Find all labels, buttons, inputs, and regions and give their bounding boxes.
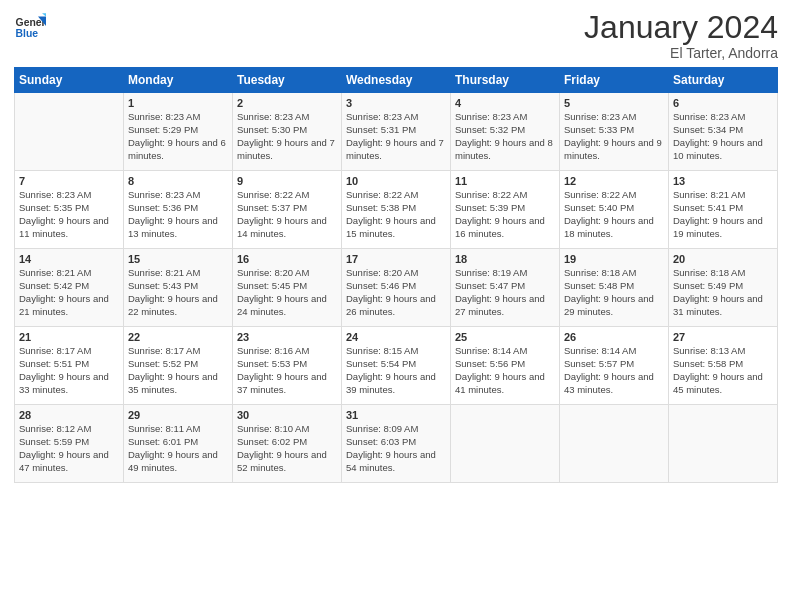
- day-number: 28: [19, 409, 119, 421]
- col-thursday: Thursday: [451, 68, 560, 93]
- col-monday: Monday: [124, 68, 233, 93]
- calendar-cell: 5Sunrise: 8:23 AMSunset: 5:33 PMDaylight…: [560, 93, 669, 171]
- day-detail: Sunrise: 8:23 AMSunset: 5:35 PMDaylight:…: [19, 189, 119, 240]
- col-friday: Friday: [560, 68, 669, 93]
- calendar-cell: 12Sunrise: 8:22 AMSunset: 5:40 PMDayligh…: [560, 171, 669, 249]
- location-subtitle: El Tarter, Andorra: [584, 45, 778, 61]
- calendar-cell: 15Sunrise: 8:21 AMSunset: 5:43 PMDayligh…: [124, 249, 233, 327]
- calendar-cell: 6Sunrise: 8:23 AMSunset: 5:34 PMDaylight…: [669, 93, 778, 171]
- day-detail: Sunrise: 8:23 AMSunset: 5:34 PMDaylight:…: [673, 111, 773, 162]
- month-title: January 2024: [584, 10, 778, 45]
- logo-icon: General Blue: [14, 10, 46, 42]
- day-number: 11: [455, 175, 555, 187]
- header: General Blue January 2024 El Tarter, And…: [14, 10, 778, 61]
- calendar-cell: [15, 93, 124, 171]
- day-number: 17: [346, 253, 446, 265]
- day-detail: Sunrise: 8:13 AMSunset: 5:58 PMDaylight:…: [673, 345, 773, 396]
- day-number: 8: [128, 175, 228, 187]
- day-number: 30: [237, 409, 337, 421]
- calendar-week-4: 21Sunrise: 8:17 AMSunset: 5:51 PMDayligh…: [15, 327, 778, 405]
- header-row: Sunday Monday Tuesday Wednesday Thursday…: [15, 68, 778, 93]
- day-detail: Sunrise: 8:20 AMSunset: 5:45 PMDaylight:…: [237, 267, 337, 318]
- day-detail: Sunrise: 8:10 AMSunset: 6:02 PMDaylight:…: [237, 423, 337, 474]
- day-number: 21: [19, 331, 119, 343]
- calendar-cell: 19Sunrise: 8:18 AMSunset: 5:48 PMDayligh…: [560, 249, 669, 327]
- title-block: January 2024 El Tarter, Andorra: [584, 10, 778, 61]
- calendar-cell: 4Sunrise: 8:23 AMSunset: 5:32 PMDaylight…: [451, 93, 560, 171]
- calendar-week-3: 14Sunrise: 8:21 AMSunset: 5:42 PMDayligh…: [15, 249, 778, 327]
- day-number: 24: [346, 331, 446, 343]
- calendar-cell: 21Sunrise: 8:17 AMSunset: 5:51 PMDayligh…: [15, 327, 124, 405]
- day-detail: Sunrise: 8:12 AMSunset: 5:59 PMDaylight:…: [19, 423, 119, 474]
- day-detail: Sunrise: 8:17 AMSunset: 5:51 PMDaylight:…: [19, 345, 119, 396]
- day-number: 29: [128, 409, 228, 421]
- calendar-cell: 30Sunrise: 8:10 AMSunset: 6:02 PMDayligh…: [233, 405, 342, 483]
- day-number: 16: [237, 253, 337, 265]
- day-detail: Sunrise: 8:23 AMSunset: 5:36 PMDaylight:…: [128, 189, 228, 240]
- day-number: 22: [128, 331, 228, 343]
- calendar-week-5: 28Sunrise: 8:12 AMSunset: 5:59 PMDayligh…: [15, 405, 778, 483]
- calendar-cell: 14Sunrise: 8:21 AMSunset: 5:42 PMDayligh…: [15, 249, 124, 327]
- day-detail: Sunrise: 8:14 AMSunset: 5:56 PMDaylight:…: [455, 345, 555, 396]
- calendar-cell: 25Sunrise: 8:14 AMSunset: 5:56 PMDayligh…: [451, 327, 560, 405]
- calendar-cell: 31Sunrise: 8:09 AMSunset: 6:03 PMDayligh…: [342, 405, 451, 483]
- calendar-cell: [669, 405, 778, 483]
- day-detail: Sunrise: 8:18 AMSunset: 5:49 PMDaylight:…: [673, 267, 773, 318]
- day-number: 14: [19, 253, 119, 265]
- logo: General Blue: [14, 10, 46, 42]
- day-detail: Sunrise: 8:22 AMSunset: 5:37 PMDaylight:…: [237, 189, 337, 240]
- day-detail: Sunrise: 8:20 AMSunset: 5:46 PMDaylight:…: [346, 267, 446, 318]
- col-sunday: Sunday: [15, 68, 124, 93]
- day-number: 5: [564, 97, 664, 109]
- day-number: 6: [673, 97, 773, 109]
- calendar-cell: 20Sunrise: 8:18 AMSunset: 5:49 PMDayligh…: [669, 249, 778, 327]
- day-number: 18: [455, 253, 555, 265]
- day-number: 7: [19, 175, 119, 187]
- calendar-cell: 29Sunrise: 8:11 AMSunset: 6:01 PMDayligh…: [124, 405, 233, 483]
- calendar-cell: 1Sunrise: 8:23 AMSunset: 5:29 PMDaylight…: [124, 93, 233, 171]
- calendar-cell: 9Sunrise: 8:22 AMSunset: 5:37 PMDaylight…: [233, 171, 342, 249]
- calendar-cell: 27Sunrise: 8:13 AMSunset: 5:58 PMDayligh…: [669, 327, 778, 405]
- day-number: 3: [346, 97, 446, 109]
- col-saturday: Saturday: [669, 68, 778, 93]
- day-number: 23: [237, 331, 337, 343]
- calendar-cell: 26Sunrise: 8:14 AMSunset: 5:57 PMDayligh…: [560, 327, 669, 405]
- calendar-cell: 11Sunrise: 8:22 AMSunset: 5:39 PMDayligh…: [451, 171, 560, 249]
- calendar-cell: 7Sunrise: 8:23 AMSunset: 5:35 PMDaylight…: [15, 171, 124, 249]
- day-detail: Sunrise: 8:23 AMSunset: 5:29 PMDaylight:…: [128, 111, 228, 162]
- day-detail: Sunrise: 8:23 AMSunset: 5:32 PMDaylight:…: [455, 111, 555, 162]
- day-detail: Sunrise: 8:22 AMSunset: 5:38 PMDaylight:…: [346, 189, 446, 240]
- day-detail: Sunrise: 8:18 AMSunset: 5:48 PMDaylight:…: [564, 267, 664, 318]
- calendar-cell: 23Sunrise: 8:16 AMSunset: 5:53 PMDayligh…: [233, 327, 342, 405]
- day-number: 20: [673, 253, 773, 265]
- day-detail: Sunrise: 8:17 AMSunset: 5:52 PMDaylight:…: [128, 345, 228, 396]
- calendar-week-1: 1Sunrise: 8:23 AMSunset: 5:29 PMDaylight…: [15, 93, 778, 171]
- calendar-cell: 10Sunrise: 8:22 AMSunset: 5:38 PMDayligh…: [342, 171, 451, 249]
- calendar-cell: 28Sunrise: 8:12 AMSunset: 5:59 PMDayligh…: [15, 405, 124, 483]
- calendar-cell: 22Sunrise: 8:17 AMSunset: 5:52 PMDayligh…: [124, 327, 233, 405]
- calendar-cell: [451, 405, 560, 483]
- svg-marker-3: [42, 13, 46, 16]
- day-number: 31: [346, 409, 446, 421]
- calendar-cell: 2Sunrise: 8:23 AMSunset: 5:30 PMDaylight…: [233, 93, 342, 171]
- calendar-cell: 13Sunrise: 8:21 AMSunset: 5:41 PMDayligh…: [669, 171, 778, 249]
- day-detail: Sunrise: 8:09 AMSunset: 6:03 PMDaylight:…: [346, 423, 446, 474]
- day-detail: Sunrise: 8:23 AMSunset: 5:33 PMDaylight:…: [564, 111, 664, 162]
- day-detail: Sunrise: 8:21 AMSunset: 5:43 PMDaylight:…: [128, 267, 228, 318]
- day-number: 13: [673, 175, 773, 187]
- calendar-table: Sunday Monday Tuesday Wednesday Thursday…: [14, 67, 778, 483]
- calendar-week-2: 7Sunrise: 8:23 AMSunset: 5:35 PMDaylight…: [15, 171, 778, 249]
- day-number: 9: [237, 175, 337, 187]
- day-number: 4: [455, 97, 555, 109]
- day-detail: Sunrise: 8:11 AMSunset: 6:01 PMDaylight:…: [128, 423, 228, 474]
- day-detail: Sunrise: 8:21 AMSunset: 5:41 PMDaylight:…: [673, 189, 773, 240]
- day-number: 10: [346, 175, 446, 187]
- day-detail: Sunrise: 8:21 AMSunset: 5:42 PMDaylight:…: [19, 267, 119, 318]
- day-detail: Sunrise: 8:16 AMSunset: 5:53 PMDaylight:…: [237, 345, 337, 396]
- day-number: 27: [673, 331, 773, 343]
- calendar-cell: 16Sunrise: 8:20 AMSunset: 5:45 PMDayligh…: [233, 249, 342, 327]
- day-detail: Sunrise: 8:23 AMSunset: 5:30 PMDaylight:…: [237, 111, 337, 162]
- day-number: 1: [128, 97, 228, 109]
- day-detail: Sunrise: 8:22 AMSunset: 5:40 PMDaylight:…: [564, 189, 664, 240]
- col-wednesday: Wednesday: [342, 68, 451, 93]
